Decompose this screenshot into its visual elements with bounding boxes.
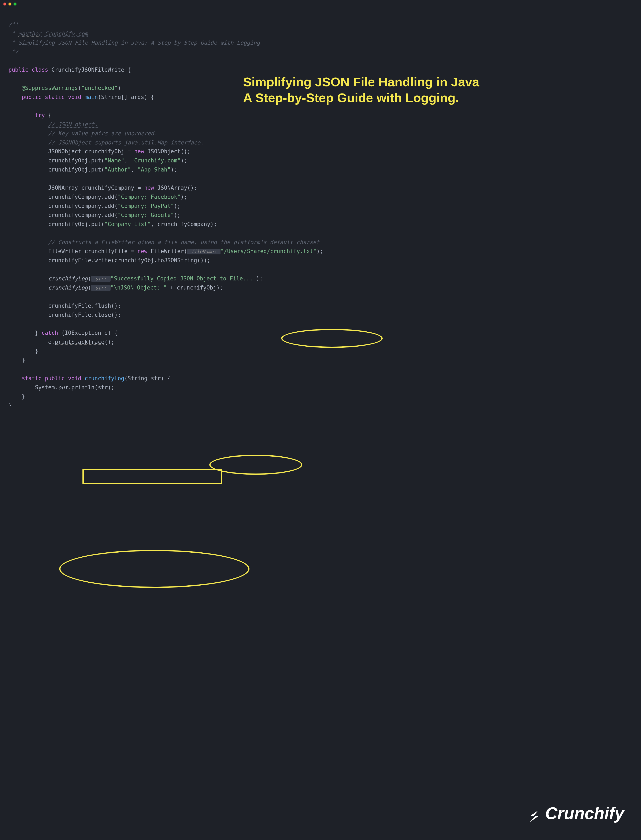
window-controls bbox=[3, 3, 16, 5]
paren-semi: ); bbox=[256, 275, 263, 282]
keyword-void: void bbox=[68, 94, 81, 100]
paren: ( bbox=[88, 284, 91, 291]
log-call: crunchifyLog bbox=[48, 275, 88, 282]
close-call: crunchifyFile.close(); bbox=[48, 312, 121, 318]
class-name: CrunchifyJSONFileWrite bbox=[52, 67, 124, 73]
keyword-void: void bbox=[68, 375, 81, 382]
main-params: (String[] args) { bbox=[98, 94, 154, 100]
brace: } bbox=[8, 402, 12, 409]
add-call: crunchifyCompany.add( bbox=[48, 194, 118, 200]
str-val: "App Shah" bbox=[138, 166, 171, 173]
highlight-oval-flushclose bbox=[59, 550, 250, 588]
keyword-new: new bbox=[134, 148, 144, 155]
close-icon[interactable] bbox=[3, 3, 6, 5]
put-call: crunchifyObj.put( bbox=[48, 166, 105, 173]
keyword-public: public bbox=[45, 375, 65, 382]
brace: { bbox=[124, 67, 131, 73]
pst-b: printStackTrace bbox=[55, 339, 105, 345]
highlight-rect-write bbox=[82, 469, 222, 484]
paren-semi: ); bbox=[174, 203, 180, 209]
obj-decl-tail: JSONObject(); bbox=[144, 148, 190, 155]
paren: ( bbox=[88, 275, 91, 282]
sout-c: .println(str); bbox=[68, 384, 114, 390]
keyword-class: class bbox=[32, 67, 48, 73]
brace: } bbox=[35, 330, 38, 336]
log-call: crunchifyLog bbox=[48, 284, 88, 291]
crunchify-icon bbox=[526, 805, 543, 822]
str-author: "Author" bbox=[105, 166, 131, 173]
logo-text: Crunchify bbox=[545, 800, 624, 827]
comment-kv: // Key value pairs are unordered. bbox=[48, 130, 158, 137]
put-call: crunchifyObj.put( bbox=[48, 157, 105, 164]
doc-author-val: Crunchify.com bbox=[42, 31, 88, 37]
keyword-static: static bbox=[22, 375, 42, 382]
keyword-catch: catch bbox=[42, 330, 58, 336]
arr-decl: JSONArray crunchifyCompany = bbox=[48, 185, 144, 191]
annotation: @SuppressWarnings bbox=[22, 85, 78, 91]
comment-json: // JSON object. bbox=[48, 121, 98, 127]
comment-map: // JSONObject supports java.util.Map int… bbox=[48, 139, 204, 146]
keyword-public: public bbox=[8, 67, 28, 73]
doc-end: */ bbox=[8, 48, 18, 55]
str-fb: "Company: Facebook" bbox=[118, 194, 180, 200]
arr-decl-tail: JSONArray(); bbox=[154, 185, 197, 191]
keyword-new: new bbox=[137, 248, 147, 255]
fw-decl: FileWriter crunchifyFile = bbox=[48, 248, 138, 255]
fw-write: crunchifyFile.write(crunchifyObj.toJSONS… bbox=[48, 257, 210, 263]
put-call: crunchifyObj.put( bbox=[48, 221, 105, 227]
doc-author-tag: @author bbox=[18, 31, 42, 37]
paren-semi: ); bbox=[171, 166, 177, 173]
crunchify-logo: Crunchify bbox=[526, 800, 624, 827]
brace: } bbox=[22, 393, 25, 400]
highlight-oval-filewriter bbox=[209, 455, 302, 475]
doc-line: * bbox=[8, 31, 18, 37]
str-jsonobj: "\nJSON Object: " bbox=[111, 284, 167, 291]
heading-line2: A Step-by-Step Guide with Logging. bbox=[243, 90, 479, 106]
str-val: "Crunchify.com" bbox=[131, 157, 180, 164]
doc-comment: /** bbox=[8, 21, 18, 28]
paren-semi: ); bbox=[180, 194, 187, 200]
doc-desc: * Simplifying JSON File Handling in Java… bbox=[8, 40, 260, 46]
annotation-arg: "unchecked" bbox=[81, 85, 118, 91]
comment-fw: // Constructs a FileWriter given a file … bbox=[48, 239, 320, 245]
heading-line1: Simplifying JSON File Handling in Java bbox=[243, 74, 479, 90]
obj-decl: JSONObject crunchifyObj = bbox=[48, 148, 134, 155]
param-hint-str: str: bbox=[91, 285, 110, 291]
log-def-params: (String str) { bbox=[124, 375, 171, 382]
fw-decl-tail: FileWriter( bbox=[147, 248, 187, 255]
add-call: crunchifyCompany.add( bbox=[48, 203, 118, 209]
heading-overlay: Simplifying JSON File Handling in Java A… bbox=[243, 74, 479, 106]
keyword-try: try bbox=[35, 112, 45, 118]
param-hint-filename: fileName: bbox=[187, 249, 221, 255]
str-gg: "Company: Google" bbox=[118, 212, 174, 218]
keyword-new: new bbox=[144, 185, 154, 191]
param-hint-str: str: bbox=[91, 276, 110, 282]
str-name: "Name" bbox=[105, 157, 124, 164]
str-path: "/Users/Shared/crunchify.txt" bbox=[221, 248, 316, 255]
paren: ) bbox=[118, 85, 121, 91]
add-call: crunchifyCompany.add( bbox=[48, 212, 118, 218]
log-concat: + crunchifyObj); bbox=[167, 284, 223, 291]
maximize-icon[interactable] bbox=[13, 3, 16, 5]
pst-c: (); bbox=[105, 339, 114, 345]
str-clist: "Company List" bbox=[105, 221, 151, 227]
flush-call: crunchifyFile.flush(); bbox=[48, 303, 121, 309]
paren-semi: ); bbox=[174, 212, 180, 218]
str-pp: "Company: PayPal" bbox=[118, 203, 174, 209]
sout-b: out bbox=[58, 384, 68, 390]
brace: } bbox=[22, 357, 25, 363]
put-tail: , crunchifyCompany); bbox=[151, 221, 217, 227]
pst-a: e. bbox=[48, 339, 55, 345]
method-main: main bbox=[85, 94, 98, 100]
minimize-icon[interactable] bbox=[8, 3, 11, 5]
catch-params: (IOException e) { bbox=[58, 330, 118, 336]
comma: , bbox=[131, 166, 137, 173]
keyword-public: public bbox=[22, 94, 42, 100]
paren-semi: ); bbox=[316, 248, 323, 255]
str-success: "Successfully Copied JSON Object to File… bbox=[111, 275, 256, 282]
brace: { bbox=[45, 112, 52, 118]
paren-semi: ); bbox=[180, 157, 187, 164]
sout-a: System. bbox=[35, 384, 58, 390]
comma: , bbox=[124, 157, 131, 164]
method-crunchifylog: crunchifyLog bbox=[85, 375, 124, 382]
